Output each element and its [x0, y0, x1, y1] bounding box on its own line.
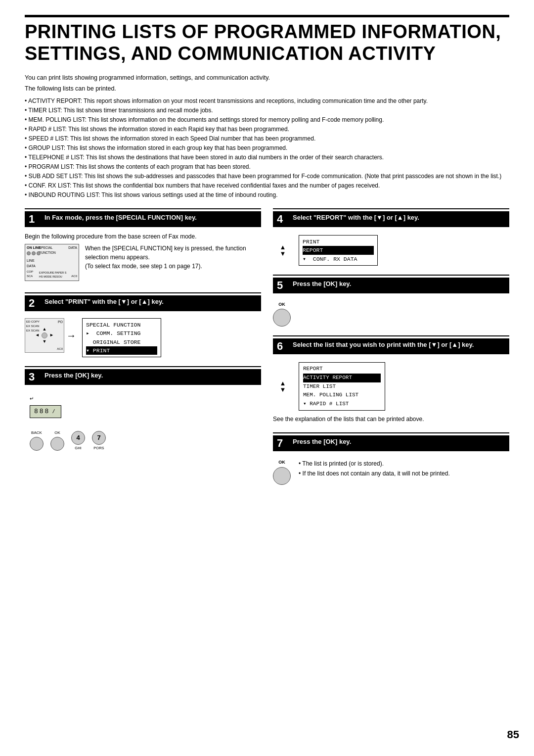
step-3-header: 3 Press the [OK] key.: [25, 369, 261, 385]
step-4-header: 4 Select "REPORT" with the [▼] or [▲] ke…: [273, 211, 509, 227]
ok-button-5[interactable]: [273, 309, 291, 327]
ok-button-7[interactable]: [273, 467, 291, 485]
step-1-block: 1 In Fax mode, press the [SPECIAL FUNCTI…: [25, 208, 261, 285]
screen-row-report: REPORT: [303, 246, 374, 254]
ok-key-3[interactable]: [50, 437, 64, 451]
step-1-number: 1: [29, 214, 41, 225]
arrow-icon: →: [66, 328, 76, 343]
step-7-note-1: The list is printed (or is stored).: [299, 459, 450, 469]
screen-row-print: PRINT: [303, 237, 374, 246]
step-6-note: See the explanation of the lists that ca…: [273, 415, 509, 424]
step-7-body: OK The list is printed (or is stored). I…: [273, 454, 509, 487]
step-6-body: ▲ ▼ REPORT ACTIVITY REPORT TIMER LIST ME…: [273, 357, 509, 425]
step-5-header: 5 Press the [OK] key.: [273, 278, 509, 293]
fax-machine-diagram: ON LINE SPECIALFUNCTION DATA LINEDATA CO…: [25, 244, 79, 281]
step-2-body: ED COPYEX SCANEX SCAN PO ▲ ▼ ◄ ►: [25, 314, 261, 359]
step-4-number: 4: [277, 214, 289, 225]
step-2-title: Select "PRINT" with the [▼] or [▲] key.: [44, 298, 164, 306]
ok-label-5: OK: [278, 301, 285, 308]
list-item: SPEED # LIST: This list shows the inform…: [25, 134, 509, 143]
step-4-screen: PRINT REPORT CONF. RX DATA: [299, 235, 378, 266]
step-3-body: ↵ 888 / BACK: [25, 388, 261, 458]
list-item: SUB ADD SET LIST: This list shows the su…: [25, 172, 509, 181]
list-item: RAPID # LIST: This list shows the inform…: [25, 125, 509, 134]
lcd-display: 888 /: [30, 405, 61, 418]
step-3-title: Press the [OK] key.: [44, 372, 103, 380]
screen-row-2: COMM. SETTING: [86, 329, 157, 337]
screen-row-conf: CONF. RX DATA: [303, 255, 374, 263]
right-column: 4 Select "REPORT" with the [▼] or [▲] ke…: [273, 208, 509, 494]
report-row-timer: TIMER LIST: [303, 382, 381, 391]
step-1-body: Begin the following procedure from the b…: [25, 230, 261, 285]
step-5-body: OK: [273, 296, 509, 329]
step-6-screen: REPORT ACTIVITY REPORT TIMER LIST MEM. P…: [299, 362, 385, 411]
step-5-block: 5 Press the [OK] key. OK: [273, 275, 509, 329]
list-item: TELEPHONE # LIST: This list shows the de…: [25, 153, 509, 162]
feature-list: ACTIVITY REPORT: This report shows infor…: [25, 96, 509, 199]
step-7-header: 7 Press the [OK] key.: [273, 435, 509, 451]
step-2-screen: SPECIAL FUNCTION COMM. SETTING ORIGINAL …: [82, 318, 161, 357]
step-5-title: Press the [OK] key.: [293, 280, 351, 288]
screen-row-3: ORIGINAL STORE: [86, 338, 157, 346]
step-4-title: Select "REPORT" with the [▼] or [▲] key.: [293, 214, 419, 222]
list-item: CONF. RX LIST: This list shows the confi…: [25, 181, 509, 190]
report-row-rapid: ▾ RAPID # LIST: [303, 400, 381, 409]
list-item: PROGRAM LIST: This list shows the conten…: [25, 162, 509, 171]
report-row-activity: ACTIVITY REPORT: [303, 374, 381, 382]
step-7-block: 7 Press the [OK] key. OK The list is pri…: [273, 432, 509, 487]
step-1-title: In Fax mode, press the [SPECIAL FUNCTION…: [44, 214, 197, 222]
step-7-notes: The list is printed (or is stored). If t…: [299, 459, 450, 478]
page-title: PRINTING LISTS OF PROGRAMMED INFORMATION…: [25, 21, 509, 64]
step-1-text: Begin the following procedure from the b…: [25, 232, 261, 241]
step-2-header: 2 Select "PRINT" with the [▼] or [▲] key…: [25, 295, 261, 311]
list-item: INBOUND ROUTING LIST: This list shows va…: [25, 190, 509, 199]
report-row-1: REPORT: [303, 365, 381, 374]
intro-line2: The following lists can be printed.: [25, 84, 509, 94]
page: PRINTING LISTS OF PROGRAMMED INFORMATION…: [0, 0, 534, 756]
key-7[interactable]: 7: [92, 431, 106, 445]
step-4-body: ▲ ▼ PRINT REPORT CONF. RX DATA: [273, 230, 509, 268]
step-7-note-2: If the list does not contain any data, i…: [299, 469, 450, 478]
step-4-block: 4 Select "REPORT" with the [▼] or [▲] ke…: [273, 208, 509, 268]
intro-block: You can print lists showing programmed i…: [25, 73, 509, 94]
key-4[interactable]: 4: [71, 431, 85, 445]
step-6-block: 6 Select the list that you wish to print…: [273, 335, 509, 425]
ok-label-7: OK: [278, 459, 285, 466]
list-item: ACTIVITY REPORT: This report shows infor…: [25, 96, 509, 105]
step-6-header: 6 Select the list that you wish to print…: [273, 338, 509, 354]
step-3-block: 3 Press the [OK] key. ↵ 888 /: [25, 366, 261, 458]
step-5-number: 5: [277, 280, 289, 291]
step-3-number: 3: [29, 372, 41, 382]
back-key[interactable]: [30, 437, 44, 451]
step-1-subnote: When the [SPECIAL FUNCTION] key is press…: [85, 244, 261, 271]
step-7-number: 7: [277, 438, 289, 449]
step-2-number: 2: [29, 298, 41, 309]
steps-grid: 1 In Fax mode, press the [SPECIAL FUNCTI…: [25, 208, 509, 494]
screen-row-4: ▾ PRINT: [86, 346, 157, 355]
top-border: [25, 15, 509, 17]
step-1-header: 1 In Fax mode, press the [SPECIAL FUNCTI…: [25, 211, 261, 227]
step-6-title: Select the list that you wish to print w…: [293, 341, 474, 349]
intro-line1: You can print lists showing programmed i…: [25, 73, 509, 83]
left-column: 1 In Fax mode, press the [SPECIAL FUNCTI…: [25, 208, 261, 494]
report-row-mem: MEM. POLLING LIST: [303, 391, 381, 400]
step-2-block: 2 Select "PRINT" with the [▼] or [▲] key…: [25, 292, 261, 359]
numpad-area: ↵ 888 / BACK: [25, 390, 261, 456]
list-item: TIMER LIST: This list shows timer transm…: [25, 106, 509, 115]
screen-row-1: SPECIAL FUNCTION: [86, 321, 157, 329]
list-item: MEM. POLLING LIST: This list shows infor…: [25, 115, 509, 124]
step-6-number: 6: [277, 341, 289, 352]
step-7-title: Press the [OK] key.: [293, 438, 351, 446]
list-item: GROUP LIST: This list shows the informat…: [25, 143, 509, 152]
page-number: 85: [507, 728, 519, 741]
